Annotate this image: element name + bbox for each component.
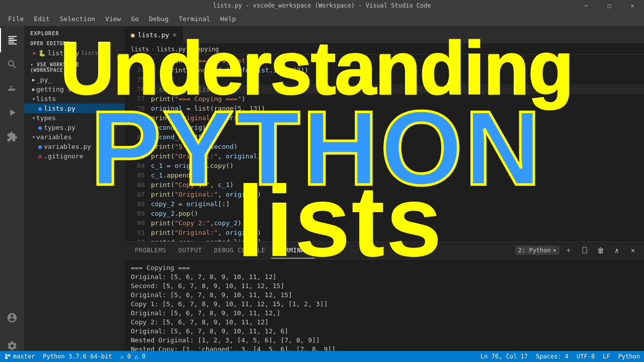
panel-maximize-button[interactable]: ∧ — [610, 243, 624, 257]
window-controls: ─ □ ✕ — [575, 0, 644, 11]
menu-terminal[interactable]: Terminal — [175, 13, 214, 25]
code-line-88: copy_2 = original[:] — [151, 199, 644, 209]
status-python[interactable]: Python 3.7.6 64-bit — [39, 351, 116, 362]
status-position[interactable]: Ln 76, Col 17 — [476, 351, 532, 362]
terminal-output[interactable]: === Copying === Original: [5, 6, 7, 8, 9… — [125, 259, 644, 362]
title-bar: lists.py - vscode_workspace (Workspace) … — [0, 0, 644, 11]
terminal-line-3: Second: [5, 6, 7, 8, 9, 10, 11, 12, 15] — [131, 282, 638, 291]
main-layout: EXPLORER OPEN EDITORS × 🐍 lists.py lists… — [0, 26, 644, 362]
breadcrumb-sep-2: › — [188, 46, 191, 53]
folder-arrow: ▾ — [32, 96, 35, 102]
status-errors[interactable]: ⚠ 0 △ 0 — [116, 351, 150, 362]
terminal-selector[interactable]: 2: Python ▾ — [515, 246, 559, 255]
code-line-76: # copying a list — [151, 84, 644, 94]
breadcrumb: lists › lists.py › copying — [125, 44, 644, 55]
python-file-icon: ● — [38, 143, 42, 150]
panel-tab-output[interactable]: OUTPUT — [173, 243, 208, 258]
branch-name: master — [13, 353, 35, 360]
code-line-78: original = list(range(5, 13)) — [151, 104, 644, 113]
python-file-icon: 🐍 — [38, 50, 46, 57]
code-line-84: c_1 = original.copy() — [151, 161, 644, 170]
menu-bar: File Edit Selection View Go Debug Termin… — [0, 11, 644, 26]
code-line-73: print("=== info_list ==="), — [151, 56, 644, 65]
terminal-name-label: 2: Python — [518, 247, 551, 254]
code-line-89: copy_2.pop() — [151, 209, 644, 218]
breadcrumb-sep-1: › — [151, 46, 154, 53]
panel-add-button[interactable]: ＋ — [561, 243, 576, 257]
sidebar-variables-py[interactable]: ● variables.py — [24, 142, 125, 151]
panel-tab-problems[interactable]: PROBLEMS — [129, 243, 173, 258]
window-title: lists.py - vscode_workspace (Workspace) … — [213, 2, 431, 9]
code-line-82: print("S nd:", second) — [151, 142, 644, 151]
menu-debug[interactable]: Debug — [145, 13, 173, 25]
minimize-button[interactable]: ─ — [575, 0, 598, 11]
sidebar-gitignore[interactable]: ⚙ .gitignore — [24, 151, 125, 161]
tab-bar: ● lists.py × — [125, 26, 644, 44]
breadcrumb-lists: lists — [131, 46, 149, 53]
folder-arrow: ▶ — [32, 77, 35, 82]
tab-close-button[interactable]: × — [172, 31, 176, 39]
status-language[interactable]: Python — [614, 351, 644, 362]
code-line-79: print("Original:", original) — [151, 113, 644, 123]
menu-view[interactable]: View — [101, 13, 125, 25]
maximize-button[interactable]: □ — [598, 0, 621, 11]
editor-area: ● lists.py × lists › lists.py › copying … — [125, 26, 644, 362]
sidebar-variables-folder[interactable]: ▾ variables — [24, 132, 125, 142]
terminal-line-8: Original: [5, 6, 7, 8, 9, 10, 11, 12, 6] — [131, 327, 638, 336]
sidebar-lists-py[interactable]: ● lists.py — [24, 104, 125, 113]
line-numbers: 73 74 75 76 77 78 79 80 81 82 83 84 85 8… — [125, 55, 149, 241]
panel-split-button[interactable]: ⎕ — [578, 243, 592, 257]
activity-extensions[interactable] — [0, 125, 24, 149]
activity-debug[interactable] — [0, 101, 24, 125]
panel-tab-bar: PROBLEMS OUTPUT DEBUG CONSOLE TERMINAL 2… — [125, 242, 644, 259]
activity-search[interactable] — [0, 52, 24, 76]
sidebar-py-folder[interactable]: ▶ _py_ — [24, 75, 125, 84]
sidebar-types-py[interactable]: ● types.py — [24, 123, 125, 132]
activity-bar — [0, 26, 24, 362]
terminal-line-1: === Copying === — [131, 263, 638, 273]
terminal-line-7: Copy 2: [5, 6, 7, 8, 9, 10, 11, 12] — [131, 318, 638, 327]
language-mode: Python — [618, 353, 640, 360]
status-encoding[interactable]: UTF-8 — [573, 351, 599, 362]
activity-explorer[interactable] — [0, 28, 24, 52]
menu-go[interactable]: Go — [127, 13, 143, 25]
terminal-line-5: Copy 1: [5, 6, 7, 8, 9, 10, 11, 12, 15, … — [131, 300, 638, 309]
editor-tab-lists-py[interactable]: ● lists.py × — [125, 26, 183, 43]
tab-dot: ● — [131, 31, 135, 39]
activity-account[interactable] — [0, 306, 24, 330]
sidebar-getting-started[interactable]: ▶ getting started — [24, 84, 125, 94]
status-line-ending[interactable]: LF — [599, 351, 614, 362]
python-file-icon: ● — [38, 105, 42, 112]
panel-tab-debug-console[interactable]: DEBUG CONSOLE — [208, 243, 272, 258]
code-container[interactable]: 73 74 75 76 77 78 79 80 81 82 83 84 85 8… — [125, 55, 644, 241]
close-icon[interactable]: × — [32, 49, 36, 57]
status-spaces[interactable]: Spaces: 4 — [532, 351, 573, 362]
code-line-87: print("Original:", original) — [151, 190, 644, 199]
panel-controls: 2: Python ▾ ＋ ⎕ 🗑 ∧ × — [515, 243, 640, 257]
panel-area: PROBLEMS OUTPUT DEBUG CONSOLE TERMINAL 2… — [125, 241, 644, 362]
folder-arrow: ▾ — [32, 115, 35, 121]
file-encoding: UTF-8 — [577, 353, 595, 360]
status-branch[interactable]: master — [0, 351, 39, 362]
code-editor[interactable]: print("=== info_list ==="), print("index… — [149, 55, 644, 241]
menu-edit[interactable]: Edit — [30, 13, 53, 25]
panel-trash-button[interactable]: 🗑 — [594, 243, 608, 257]
code-line-75 — [151, 75, 644, 84]
sidebar-types-folder[interactable]: ▾ types — [24, 113, 125, 123]
panel-tab-terminal[interactable]: TERMINAL — [271, 243, 315, 258]
activity-source-control[interactable] — [0, 76, 24, 101]
sidebar-open-file-lists[interactable]: × 🐍 lists.py lists — [24, 48, 125, 58]
code-line-80: second = original — [151, 123, 644, 132]
error-count: ⚠ 0 △ 0 — [120, 353, 146, 360]
menu-selection[interactable]: Selection — [56, 13, 99, 25]
panel-close-button[interactable]: × — [626, 243, 640, 257]
close-button[interactable]: ✕ — [621, 0, 644, 11]
status-bar: master Python 3.7.6 64-bit ⚠ 0 △ 0 Ln 76… — [0, 351, 644, 362]
menu-file[interactable]: File — [4, 13, 28, 25]
menu-help[interactable]: Help — [216, 13, 240, 25]
sidebar-open-editors-title: OPEN EDITORS — [24, 39, 125, 48]
python-file-icon: ● — [38, 124, 42, 131]
sidebar-lists-folder[interactable]: ▾ lists — [24, 94, 125, 104]
terminal-line-2: Original: [5, 6, 7, 8, 9, 10, 11, 12] — [131, 273, 638, 282]
code-line-91: print("Original:", original) — [151, 228, 644, 237]
